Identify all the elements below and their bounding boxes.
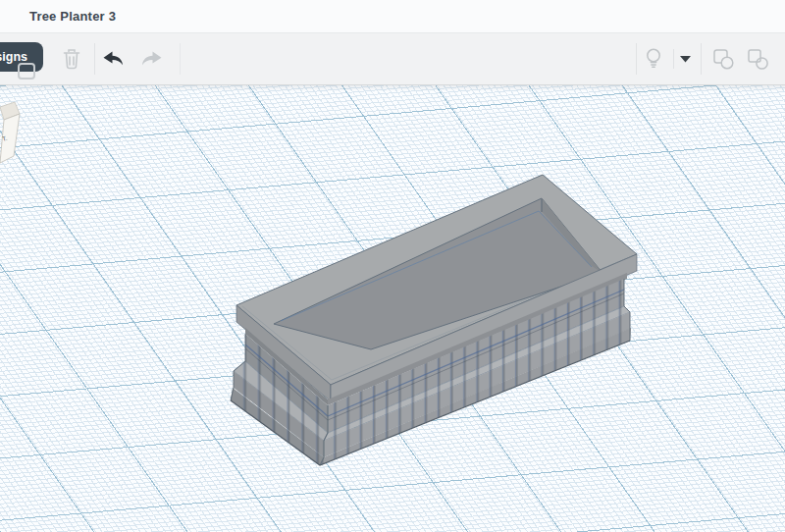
redo-arrow-glyph xyxy=(139,51,163,67)
toolbar: signs xyxy=(0,33,785,85)
lightbulb-icon[interactable] xyxy=(641,33,666,84)
toolbar-separator xyxy=(180,43,181,75)
trash-icon[interactable] xyxy=(59,33,84,84)
toolbar-separator xyxy=(701,43,702,75)
app-window: { "titlebar": { "title": "Tree Planter 3… xyxy=(0,0,785,532)
undo-arrow-icon[interactable] xyxy=(100,33,128,84)
toolbar-separator xyxy=(94,43,95,75)
toolbar-separator xyxy=(673,49,674,69)
group-shapes-glyph xyxy=(710,46,736,72)
planter-model[interactable] xyxy=(231,175,637,465)
title-bar: Tree Planter 3 xyxy=(0,0,785,33)
dropdown-caret-icon[interactable] xyxy=(678,33,692,84)
scene-svg: T. xyxy=(0,85,785,532)
view-cube[interactable]: T. xyxy=(0,102,20,163)
trash-icon-glyph xyxy=(61,47,82,71)
dropdown-caret-glyph xyxy=(680,56,691,63)
design-card-peek-icon xyxy=(18,63,35,80)
lightbulb-glyph xyxy=(642,46,665,72)
redo-arrow-icon[interactable] xyxy=(137,33,165,84)
undo-arrow-glyph xyxy=(102,51,126,67)
design-title: Tree Planter 3 xyxy=(29,9,116,24)
workplane-canvas[interactable]: T. xyxy=(0,85,785,532)
group-shapes-icon[interactable] xyxy=(709,33,737,84)
ungroup-shapes-icon[interactable] xyxy=(744,33,771,84)
ungroup-shapes-glyph xyxy=(745,46,770,72)
designs-button-label: signs xyxy=(0,50,27,64)
toolbar-separator xyxy=(636,43,637,75)
